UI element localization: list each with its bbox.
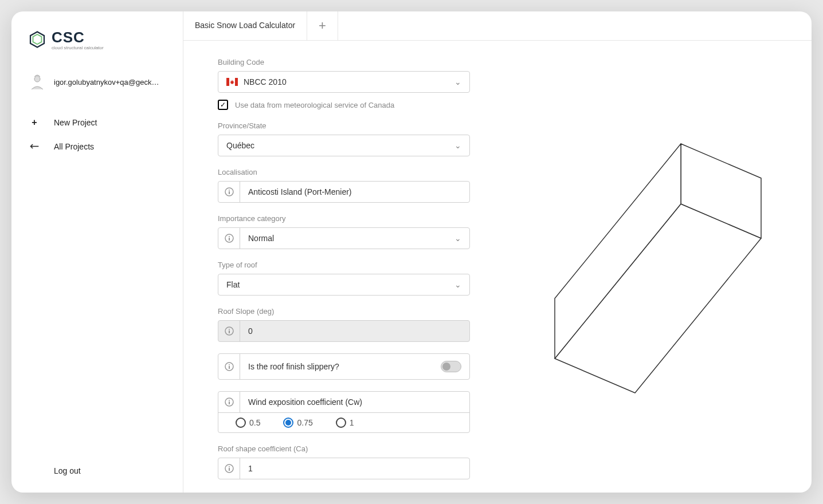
building-3d-preview <box>532 124 784 410</box>
info-icon[interactable] <box>218 182 240 202</box>
svg-rect-20 <box>229 401 230 404</box>
user-email: igor.golubyatnykov+qa@geck… <box>54 78 159 86</box>
main-area: Basic Snow Load Calculator + Building Co… <box>183 11 812 493</box>
chevron-down-icon: ⌄ <box>454 234 461 243</box>
radio-label: 0.75 <box>297 418 312 427</box>
svg-rect-4 <box>226 78 229 86</box>
tab-active[interactable]: Basic Snow Load Calculator <box>183 11 307 40</box>
province-label: Province/State <box>218 121 470 130</box>
wind-coeff-group: Wind exposition coefficient (Cw) 0.5 0.7… <box>218 391 470 433</box>
wind-coeff-label: Wind exposition coefficient (Cw) <box>240 392 469 412</box>
svg-rect-14 <box>229 330 230 333</box>
svg-point-16 <box>229 364 230 365</box>
arrow-left-icon: 🡐 <box>29 141 40 152</box>
user-profile[interactable]: igor.golubyatnykov+qa@geck… <box>29 73 171 90</box>
plus-icon: + <box>29 117 40 128</box>
wind-coeff-option-1[interactable]: 1 <box>336 418 354 428</box>
info-icon[interactable] <box>218 321 240 341</box>
info-icon[interactable] <box>218 458 240 479</box>
chevron-down-icon: ⌄ <box>454 141 461 150</box>
radio-label: 1 <box>350 418 354 427</box>
localisation-input[interactable]: Anticosti Island (Port-Menier) <box>218 181 470 203</box>
slippery-toggle-group: Is the roof finish slippery? <box>218 353 470 380</box>
logo-icon <box>29 31 46 48</box>
plus-icon: + <box>319 18 326 33</box>
logo-subtitle: cloud structural calculator <box>52 45 104 50</box>
sidebar: CSC cloud structural calculator igor.gol… <box>11 11 183 493</box>
logout-button[interactable]: Log out <box>29 466 171 475</box>
nav-all-projects[interactable]: 🡐 All Projects <box>29 135 171 159</box>
svg-rect-5 <box>235 78 238 86</box>
wind-coeff-option-0-75[interactable]: 0.75 <box>283 418 312 428</box>
roof-slope-input: 0 <box>218 320 470 342</box>
wind-coeff-option-0-5[interactable]: 0.5 <box>236 418 260 428</box>
avatar <box>29 73 46 90</box>
svg-rect-8 <box>229 191 230 194</box>
svg-point-13 <box>229 329 230 330</box>
roof-type-label: Type of roof <box>218 261 470 269</box>
info-icon[interactable] <box>218 228 240 249</box>
province-select[interactable]: Québec ⌄ <box>218 135 470 156</box>
roof-shape-coeff-input[interactable]: 1 <box>218 458 470 479</box>
svg-point-22 <box>229 466 230 467</box>
svg-point-7 <box>229 190 230 191</box>
chevron-down-icon: ⌄ <box>454 77 461 86</box>
roof-type-value: Flat <box>226 280 240 289</box>
content: Building Code NBCC 2010 ⌄ <box>183 41 812 493</box>
svg-point-2 <box>34 76 40 82</box>
svg-point-19 <box>229 400 230 401</box>
importance-select[interactable]: Normal ⌄ <box>218 227 470 249</box>
logo-text: CSC <box>52 29 104 46</box>
preview-panel <box>504 41 812 493</box>
meteo-checkbox[interactable]: ✓ <box>218 100 228 110</box>
tab-add-button[interactable]: + <box>307 11 338 40</box>
svg-rect-23 <box>229 468 230 471</box>
roof-shape-coeff-label: Roof shape coefficient (Ca) <box>218 444 470 453</box>
localisation-value: Anticosti Island (Port-Menier) <box>240 182 469 202</box>
chevron-down-icon: ⌄ <box>454 280 461 289</box>
info-icon[interactable] <box>218 392 240 412</box>
importance-value: Normal <box>248 234 274 243</box>
building-code-select[interactable]: NBCC 2010 ⌄ <box>218 71 470 93</box>
form-panel: Building Code NBCC 2010 ⌄ <box>183 41 504 493</box>
svg-marker-1 <box>33 34 42 44</box>
roof-shape-coeff-value: 1 <box>240 458 469 479</box>
app-window: CSC cloud structural calculator igor.gol… <box>11 11 812 493</box>
slippery-label: Is the roof finish slippery? <box>248 362 339 371</box>
nav-label: All Projects <box>54 142 94 151</box>
tab-bar: Basic Snow Load Calculator + <box>183 11 812 41</box>
province-value: Québec <box>226 141 254 150</box>
roof-slope-label: Roof Slope (deg) <box>218 307 470 316</box>
info-icon[interactable] <box>218 354 240 379</box>
nav-new-project[interactable]: + New Project <box>29 111 171 135</box>
meteo-checkbox-label: Use data from meteorological service of … <box>235 101 394 109</box>
radio-label: 0.5 <box>249 418 260 427</box>
roof-type-select[interactable]: Flat ⌄ <box>218 274 470 296</box>
building-code-value: NBCC 2010 <box>244 77 287 86</box>
roof-slope-value: 0 <box>240 321 469 341</box>
logo: CSC cloud structural calculator <box>29 29 171 50</box>
svg-rect-17 <box>229 366 230 369</box>
slippery-toggle[interactable] <box>441 361 461 372</box>
svg-rect-11 <box>229 238 230 241</box>
svg-point-10 <box>229 236 230 237</box>
building-code-label: Building Code <box>218 58 470 66</box>
canada-flag-icon <box>226 78 238 86</box>
localisation-label: Localisation <box>218 168 470 176</box>
nav-label: New Project <box>54 118 97 127</box>
importance-label: Importance category <box>218 214 470 223</box>
